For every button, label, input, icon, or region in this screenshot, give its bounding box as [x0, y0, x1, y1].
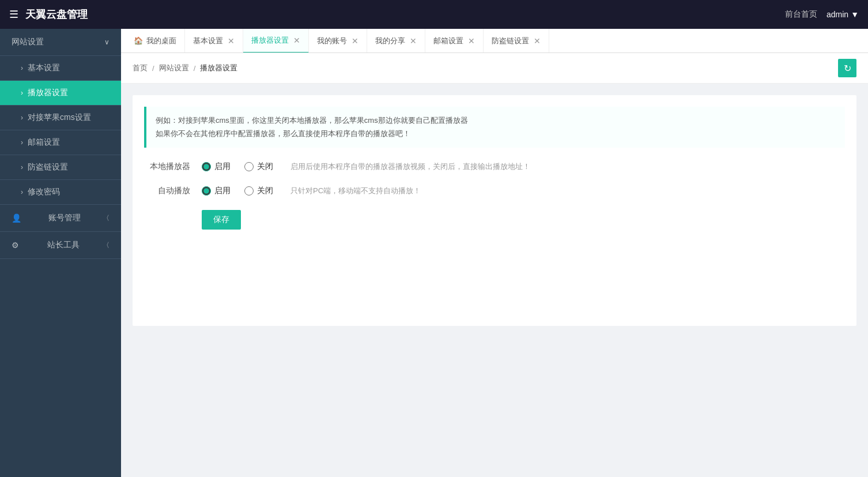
webmaster-tools-label: 站长工具 — [47, 240, 80, 250]
info-box: 例如：对接到苹果cms里面，你这里关闭本地播放器，那么苹果cms那边你就要自己配… — [144, 107, 845, 148]
tab-hotlink-settings-close[interactable]: ✕ — [534, 36, 541, 46]
content-card: 例如：对接到苹果cms里面，你这里关闭本地播放器，那么苹果cms那边你就要自己配… — [133, 95, 856, 326]
webmaster-tools-icon: ⚙ — [12, 241, 19, 250]
app-title: 天翼云盘管理 — [25, 7, 88, 21]
auto-play-radio-group: 启用 关闭 — [202, 186, 273, 196]
tab-mail-settings-label: 邮箱设置 — [433, 36, 463, 46]
tab-player-settings-label: 播放器设置 — [251, 35, 289, 46]
tab-basic-settings[interactable]: 基本设置 ✕ — [185, 29, 243, 53]
account-management-arrow: 〈 — [103, 213, 110, 223]
auto-play-hint: 只针对PC端，移动端不支持自动播放！ — [290, 186, 421, 196]
chevron-right-icon: › — [21, 163, 23, 171]
sidebar-group-account: 👤 账号管理 〈 — [0, 205, 121, 232]
basic-settings-label: 基本设置 — [28, 63, 60, 73]
auto-play-row: 自动播放 启用 关闭 只针对PC端，移动端不支持自动播放！ — [144, 186, 845, 196]
tab-basic-settings-close[interactable]: ✕ — [228, 36, 235, 46]
tab-player-settings[interactable]: 播放器设置 ✕ — [243, 29, 309, 53]
sidebar-group-website-settings: 网站设置 ∨ › 基本设置 › 播放器设置 › 对接苹果cms设置 › — [0, 29, 121, 205]
mail-settings-label: 邮箱设置 — [28, 137, 60, 148]
account-management-label: 账号管理 — [48, 213, 81, 223]
auto-play-enable-label: 启用 — [214, 186, 231, 196]
content-area: 例如：对接到苹果cms里面，你这里关闭本地播放器，那么苹果cms那边你就要自己配… — [121, 84, 868, 477]
sidebar-group-website-settings-title[interactable]: 网站设置 ∨ — [0, 29, 121, 56]
username-label: admin — [827, 10, 848, 19]
player-settings-label: 播放器设置 — [28, 88, 68, 98]
webmaster-tools-arrow: 〈 — [103, 241, 110, 250]
website-settings-subitems: › 基本设置 › 播放器设置 › 对接苹果cms设置 › 邮箱设置 › 防盗 — [0, 56, 121, 205]
user-menu[interactable]: admin ▼ — [827, 10, 859, 19]
local-player-disable-label: 关闭 — [257, 161, 273, 172]
tab-my-share[interactable]: 我的分享 ✕ — [367, 29, 425, 53]
sidebar-group-tools-title[interactable]: ⚙ 站长工具 〈 — [0, 232, 121, 259]
auto-play-label: 自动播放 — [144, 186, 190, 196]
chevron-right-icon: › — [21, 138, 23, 147]
sidebar-item-mail-settings[interactable]: › 邮箱设置 — [0, 130, 121, 155]
breadcrumb-home[interactable]: 首页 — [133, 63, 148, 73]
sidebar: 网站设置 ∨ › 基本设置 › 播放器设置 › 对接苹果cms设置 › — [0, 29, 121, 477]
tab-my-account-label: 我的账号 — [317, 36, 347, 46]
refresh-button[interactable]: ↻ — [838, 59, 856, 77]
tab-hotlink-settings[interactable]: 防盗链设置 ✕ — [484, 29, 549, 53]
sidebar-item-player-settings[interactable]: › 播放器设置 — [0, 81, 121, 106]
local-player-radio-group: 启用 关闭 — [202, 161, 273, 172]
user-dropdown-icon: ▼ — [851, 10, 859, 19]
main-content: 🏠 我的桌面 基本设置 ✕ 播放器设置 ✕ 我的账号 ✕ 我的分享 ✕ — [121, 29, 868, 477]
breadcrumb-sep-1: / — [152, 64, 154, 73]
local-player-hint: 启用后使用本程序自带的播放器播放视频，关闭后，直接输出播放地址！ — [290, 161, 530, 172]
tab-my-account-close[interactable]: ✕ — [352, 36, 358, 46]
apple-cms-settings-label: 对接苹果cms设置 — [28, 112, 91, 123]
save-button-row: 保存 — [144, 210, 845, 230]
sidebar-item-basic-settings[interactable]: › 基本设置 — [0, 56, 121, 81]
sidebar-item-apple-cms-settings[interactable]: › 对接苹果cms设置 — [0, 106, 121, 130]
tab-my-account[interactable]: 我的账号 ✕ — [309, 29, 367, 53]
website-settings-label: 网站设置 — [12, 37, 44, 47]
local-player-enable-label: 启用 — [214, 161, 231, 172]
tab-my-desktop[interactable]: 🏠 我的桌面 — [126, 29, 185, 53]
breadcrumb: 首页 / 网站设置 / 播放器设置 ↻ — [121, 53, 868, 84]
sidebar-item-change-password[interactable]: › 修改密码 — [0, 180, 121, 205]
auto-play-disable-radio[interactable] — [244, 186, 254, 196]
local-player-row: 本地播放器 启用 关闭 启用后使用本程序自带的播放器播放视频，关闭后，直接输出播… — [144, 161, 845, 172]
tab-mail-settings[interactable]: 邮箱设置 ✕ — [425, 29, 484, 53]
change-password-label: 修改密码 — [28, 187, 60, 197]
info-line1: 例如：对接到苹果cms里面，你这里关闭本地播放器，那么苹果cms那边你就要自己配… — [156, 114, 836, 127]
breadcrumb-current: 播放器设置 — [200, 63, 237, 73]
save-button[interactable]: 保存 — [202, 210, 241, 230]
website-settings-arrow: ∨ — [104, 38, 110, 46]
auto-play-disable-option[interactable]: 关闭 — [244, 186, 273, 196]
menu-toggle-button[interactable]: ☰ — [9, 8, 18, 21]
tab-my-share-label: 我的分享 — [375, 36, 405, 46]
chevron-right-icon: › — [21, 64, 23, 72]
frontend-link[interactable]: 前台首页 — [785, 9, 817, 20]
auto-play-enable-option[interactable]: 启用 — [202, 186, 231, 196]
tab-hotlink-settings-label: 防盗链设置 — [492, 36, 529, 46]
hotlink-settings-label: 防盗链设置 — [28, 162, 68, 172]
tabs-bar: 🏠 我的桌面 基本设置 ✕ 播放器设置 ✕ 我的账号 ✕ 我的分享 ✕ — [121, 29, 868, 53]
header-left: ☰ 天翼云盘管理 — [9, 7, 88, 21]
breadcrumb-sep-2: / — [194, 64, 196, 73]
local-player-disable-option[interactable]: 关闭 — [244, 161, 273, 172]
tab-my-share-close[interactable]: ✕ — [410, 36, 417, 46]
tab-player-settings-close[interactable]: ✕ — [293, 36, 300, 45]
chevron-right-icon: › — [21, 114, 23, 122]
sidebar-group-tools: ⚙ 站长工具 〈 — [0, 232, 121, 259]
tab-my-desktop-label: 我的桌面 — [146, 36, 176, 46]
home-icon: 🏠 — [134, 36, 143, 45]
info-line2: 如果你不会在其他程序中配置播放器，那么直接使用本程序自带的播放器吧！ — [156, 127, 836, 140]
breadcrumb-website-settings[interactable]: 网站设置 — [159, 63, 189, 73]
tab-mail-settings-close[interactable]: ✕ — [468, 36, 475, 46]
header: ☰ 天翼云盘管理 前台首页 admin ▼ — [0, 0, 868, 29]
local-player-enable-option[interactable]: 启用 — [202, 161, 231, 172]
tab-basic-settings-label: 基本设置 — [193, 36, 223, 46]
header-right: 前台首页 admin ▼ — [785, 9, 859, 20]
local-player-enable-radio[interactable] — [202, 162, 211, 171]
chevron-right-icon: › — [21, 89, 23, 97]
local-player-disable-radio[interactable] — [244, 162, 254, 171]
auto-play-enable-radio[interactable] — [202, 186, 211, 196]
local-player-label: 本地播放器 — [144, 161, 190, 172]
auto-play-disable-label: 关闭 — [257, 186, 273, 196]
sidebar-group-account-title[interactable]: 👤 账号管理 〈 — [0, 205, 121, 232]
chevron-right-icon: › — [21, 188, 23, 196]
sidebar-item-hotlink-settings[interactable]: › 防盗链设置 — [0, 155, 121, 180]
account-management-icon: 👤 — [12, 213, 21, 223]
